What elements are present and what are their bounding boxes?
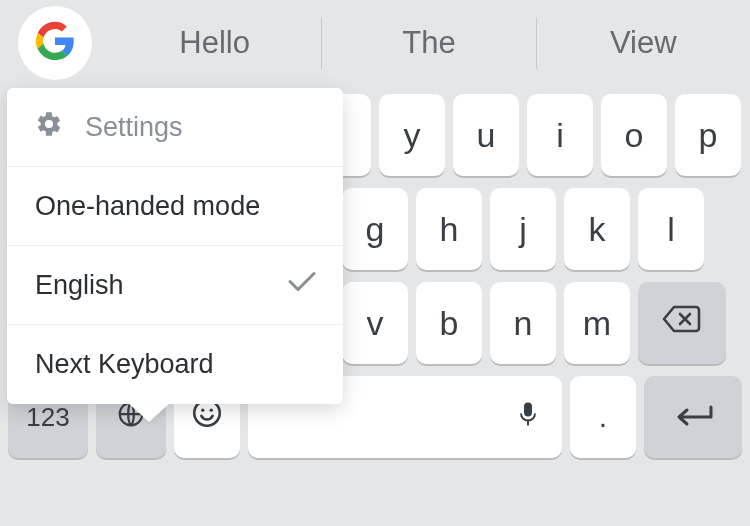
return-icon	[671, 398, 715, 437]
key-n[interactable]: n	[490, 282, 556, 364]
popup-item-label: Settings	[85, 112, 183, 143]
key-i[interactable]: i	[527, 94, 593, 176]
microphone-icon[interactable]	[518, 398, 538, 437]
backspace-icon	[662, 303, 702, 343]
gear-icon	[35, 110, 63, 145]
google-icon	[35, 21, 75, 65]
suggestion-bar: Hello The View	[0, 0, 750, 86]
key-v[interactable]: v	[342, 282, 408, 364]
key-m[interactable]: m	[564, 282, 630, 364]
key-o[interactable]: o	[601, 94, 667, 176]
period-key[interactable]: .	[570, 376, 636, 458]
popup-item-label: Next Keyboard	[35, 349, 214, 380]
suggestion-3[interactable]: View	[537, 17, 750, 69]
popup-item-english[interactable]: English	[7, 246, 343, 325]
svg-rect-4	[524, 403, 532, 417]
popup-item-label: One-handed mode	[35, 191, 260, 222]
check-icon	[287, 270, 317, 301]
key-u[interactable]: u	[453, 94, 519, 176]
popup-item-next-keyboard[interactable]: Next Keyboard	[7, 325, 343, 404]
svg-point-1	[194, 400, 220, 426]
svg-point-3	[210, 408, 213, 411]
key-p[interactable]: p	[675, 94, 741, 176]
key-h[interactable]: h	[416, 188, 482, 270]
backspace-key[interactable]	[638, 282, 726, 364]
key-k[interactable]: k	[564, 188, 630, 270]
popup-item-settings[interactable]: Settings	[7, 88, 343, 167]
popup-item-label: English	[35, 270, 124, 301]
google-button[interactable]	[18, 6, 92, 80]
suggestion-2[interactable]: The	[322, 17, 535, 69]
keyboard-options-popup: Settings One-handed mode English Next Ke…	[7, 88, 343, 404]
return-key[interactable]	[644, 376, 742, 458]
popup-item-one-handed[interactable]: One-handed mode	[7, 167, 343, 246]
suggestions: Hello The View	[108, 0, 750, 86]
key-l[interactable]: l	[638, 188, 704, 270]
suggestion-1[interactable]: Hello	[108, 17, 321, 69]
svg-point-2	[201, 408, 204, 411]
key-y[interactable]: y	[379, 94, 445, 176]
key-g[interactable]: g	[342, 188, 408, 270]
key-b[interactable]: b	[416, 282, 482, 364]
key-j[interactable]: j	[490, 188, 556, 270]
